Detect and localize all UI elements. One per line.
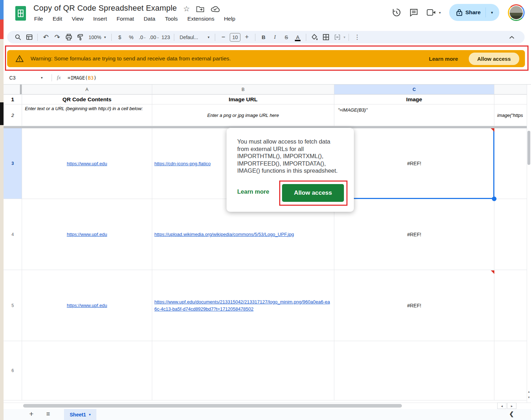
sheets-logo-icon[interactable] (15, 6, 26, 21)
cell-c4[interactable]: #REF! (334, 199, 494, 270)
link-a4[interactable]: https://www.upf.edu (67, 232, 107, 237)
format-currency-button[interactable]: $ (115, 32, 125, 42)
banner-learn-more-link[interactable]: Learn more (429, 56, 458, 62)
increase-decimals-button[interactable]: .00→ (149, 32, 159, 42)
cell-b5[interactable]: https://www.upf.edu/documents/213315042/… (152, 270, 334, 341)
font-select[interactable]: Defaul... ▾ (177, 34, 212, 40)
share-options-caret-icon[interactable]: ▾ (486, 10, 498, 15)
hide-menus-chevron-icon[interactable] (507, 32, 517, 42)
cell-b2[interactable]: Enter a png or jpg image URL here (152, 104, 334, 126)
sheet-tab-sheet1[interactable]: Sheet1 ▾ (64, 409, 96, 420)
row-header-3[interactable]: 3 (4, 128, 22, 199)
fill-color-button[interactable] (309, 32, 319, 42)
cell-d3[interactable] (494, 128, 527, 199)
sheet-tab-caret-icon[interactable]: ▾ (89, 413, 91, 416)
link-a5[interactable]: https://www.upf.edu (67, 303, 107, 308)
undo-icon[interactable]: ↶ (41, 32, 51, 42)
cell-c2[interactable]: "=IMAGE(B3)" (334, 104, 494, 126)
all-sheets-icon[interactable]: ≡ (46, 410, 50, 418)
cloud-status-icon[interactable] (211, 6, 220, 12)
row-header-5[interactable]: 5 (4, 270, 22, 341)
vertical-scrollbar-thumb[interactable] (527, 131, 530, 165)
decrease-font-size-button[interactable]: − (218, 32, 228, 42)
scroll-down-icon[interactable]: ▾ (528, 395, 530, 399)
borders-button[interactable] (321, 32, 331, 42)
more-toolbar-icon[interactable]: ⋮ (352, 32, 362, 42)
dialog-allow-access-button[interactable]: Allow access (282, 184, 344, 202)
scroll-left-button[interactable]: ◂ (497, 403, 506, 409)
row-header-4[interactable]: 4 (4, 199, 22, 270)
cell-d2[interactable]: image("https (494, 104, 527, 126)
cell-b1[interactable]: Image URL (152, 95, 334, 104)
format-percent-button[interactable]: % (126, 32, 136, 42)
column-header-c[interactable]: C (334, 85, 494, 95)
cell-a1[interactable]: QR Code Contents (22, 95, 152, 104)
bold-button[interactable]: B (259, 32, 269, 42)
cell-d6[interactable] (494, 341, 527, 400)
redo-icon[interactable]: ↷ (52, 32, 62, 42)
cell-a4[interactable]: https://www.upf.edu (22, 199, 152, 270)
merge-cells-button[interactable] (332, 32, 342, 42)
account-avatar[interactable] (508, 4, 525, 21)
decrease-decimals-button[interactable]: .0← (138, 32, 148, 42)
cell-a6[interactable] (22, 341, 152, 400)
cell-a3[interactable]: https://www.upf.edu (22, 128, 152, 199)
horizontal-scrollbar-thumb[interactable] (23, 404, 402, 408)
scroll-up-icon[interactable]: ▴ (528, 390, 530, 393)
column-header-b[interactable]: B (152, 85, 334, 95)
name-box-caret-icon[interactable]: ▾ (41, 76, 52, 80)
comments-icon[interactable] (409, 8, 418, 17)
column-header-a[interactable]: A (22, 85, 152, 95)
menu-insert[interactable]: Insert (93, 16, 107, 22)
share-button[interactable]: Share ▾ (449, 4, 499, 21)
increase-font-size-button[interactable]: + (242, 32, 252, 42)
link-b3[interactable]: https://cdn-icons-png.flatico (154, 161, 211, 166)
paint-format-icon[interactable] (75, 32, 85, 42)
menu-file[interactable]: File (34, 16, 43, 22)
cell-c6[interactable] (334, 341, 494, 400)
column-header-d[interactable] (494, 85, 527, 95)
cell-c5[interactable]: #REF! (334, 270, 494, 341)
merge-caret-icon[interactable]: ▾ (344, 35, 345, 39)
document-title[interactable]: Copy of QR Code Spreadsheet Example (33, 4, 177, 13)
version-history-icon[interactable] (392, 8, 401, 17)
cell-d1[interactable] (494, 95, 527, 104)
select-all-corner[interactable] (4, 85, 22, 95)
link-a3[interactable]: https://www.upf.edu (67, 161, 107, 166)
menu-format[interactable]: Format (117, 16, 134, 22)
row-header-6[interactable]: 6 (4, 341, 22, 400)
collapse-side-panel-chevron-icon[interactable]: ❮ (509, 410, 514, 417)
strikethrough-button[interactable]: S (281, 32, 291, 42)
link-b5[interactable]: https://www.upf.edu/documents/213315042/… (152, 298, 334, 313)
text-color-button[interactable]: A (293, 32, 303, 42)
menu-help[interactable]: Help (224, 16, 235, 22)
cell-a5[interactable]: https://www.upf.edu (22, 270, 152, 341)
menu-extensions[interactable]: Extensions (187, 16, 214, 22)
zoom-select[interactable]: 100% ▾ (86, 34, 108, 40)
link-b4[interactable]: https://upload.wikimedia.org/wikipedia/c… (152, 231, 296, 238)
cell-c3[interactable]: #REF! (334, 128, 494, 199)
table-tools-icon[interactable] (24, 32, 34, 42)
cell-d5[interactable] (494, 270, 527, 341)
fill-handle[interactable] (492, 196, 497, 201)
cell-d4[interactable] (494, 199, 527, 270)
menu-edit[interactable]: Edit (53, 16, 62, 22)
cell-b6[interactable] (152, 341, 334, 400)
banner-allow-access-button[interactable]: Allow access (469, 53, 519, 65)
star-icon[interactable]: ☆ (183, 5, 190, 13)
more-formats-button[interactable]: 123 (161, 32, 171, 42)
move-folder-icon[interactable] (196, 6, 204, 12)
video-call-caret-icon[interactable]: ▾ (439, 11, 441, 15)
name-box[interactable]: C3 (4, 75, 41, 81)
dialog-learn-more-link[interactable]: Learn more (237, 188, 269, 195)
row-header-2[interactable]: 2 (4, 104, 22, 126)
cell-a2[interactable]: Enter text or a URL (beginning with http… (22, 104, 152, 126)
print-icon[interactable] (64, 32, 74, 42)
video-call-button[interactable]: ▾ (427, 9, 441, 16)
menu-view[interactable]: View (72, 16, 84, 22)
add-sheet-button[interactable]: + (29, 410, 33, 418)
menu-data[interactable]: Data (144, 16, 155, 22)
italic-button[interactable]: I (270, 32, 280, 42)
menu-tools[interactable]: Tools (165, 16, 178, 22)
cell-c1[interactable]: Image (334, 95, 494, 104)
